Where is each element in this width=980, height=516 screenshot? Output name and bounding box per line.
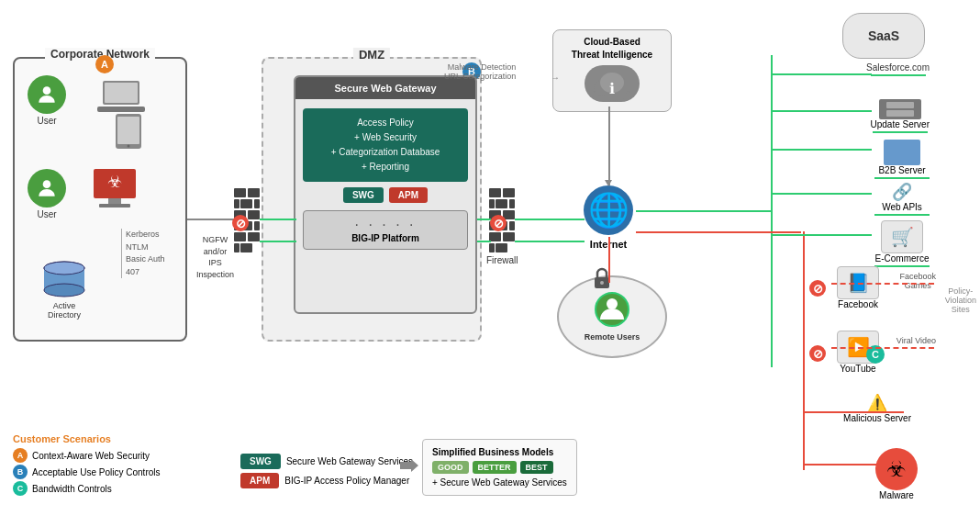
swg-box: Secure Web Gateway Access Policy+ Web Se… [294,75,477,314]
ecommerce-label: E-Commerce [874,253,930,264]
bigip-dots: · · · · · [309,217,462,233]
svg-rect-43 [489,243,495,252]
line-fw-swg-lower [260,241,296,242]
arrow-down-to-internet [605,180,612,186]
svg-text:☣: ☣ [107,173,122,191]
line-dashed-facebook [831,283,934,285]
svg-rect-19 [234,199,239,208]
svg-rect-11 [99,204,130,208]
line-swg-fw-right-upper [477,219,491,220]
line-fw-internet-upper [515,219,585,220]
ecommerce-block: 🛒 E-Commerce [874,220,930,269]
remote-users-label: Remote Users [585,332,640,342]
line-to-b2b [771,149,872,151]
swg-title: Secure Web Gateway [334,83,436,94]
infected-pc-icon: ☣ [90,167,139,209]
svg-rect-29 [234,243,239,252]
line-red-malware [803,464,904,466]
legend-apm-button[interactable]: APM [240,473,279,488]
user-icon-1 [28,75,66,114]
biz-models-box: Simplified Business Models GOOD BETTER B… [422,439,577,496]
svg-rect-41 [503,232,515,241]
web-apis-label: Web APIs [874,202,930,212]
line-internet-remote [608,237,610,283]
facebook-block: 📘 Facebook [837,266,879,309]
policy-box: Access Policy+ Web Security+ Categorizat… [303,108,468,182]
line-to-apis [771,193,872,195]
svg-rect-5 [117,117,139,144]
bottom-swg-apm-legend: SWG Secure Web Gateway Services APM BIG-… [240,454,413,488]
svg-rect-16 [234,188,246,197]
svg-rect-17 [248,188,260,197]
svg-point-50 [607,298,618,309]
line-red-v-right [803,231,805,470]
auth-labels: Kerberos NTLM Basic Auth 407 [121,229,165,278]
user-label-1: User [28,116,66,126]
facebook-games-label: FacebookGames [899,272,936,290]
line-fw-internet-lower [515,241,585,242]
threat-cloud-icon: ℹ [585,65,640,102]
user-icon-2 [28,169,66,208]
youtube-label: YouTube [837,364,879,374]
swg-apm-buttons: SWG APM [295,187,475,203]
legend-swg-button[interactable]: SWG [240,454,281,469]
malware-block: ☣ Malware [875,448,918,500]
biz-badge-best: BEST [520,461,553,474]
salesforce-block: Salesforce.com [866,62,930,78]
malicious-server-icon: ⚠️ [843,393,911,413]
svg-rect-30 [489,188,501,197]
svg-point-6 [128,145,130,148]
biz-models-title: Simplified Business Models [432,447,567,457]
legend-label-b: Acceptable Use Policy Controls [32,467,161,477]
malware-detection-label: Malware DetectionURL Categorization [444,62,516,81]
ngfw-label: NGFWand/orIPSInspection [196,234,234,280]
bottom-swg-item: SWG Secure Web Gateway Services [240,454,413,469]
remote-users-block: Remote Users [557,275,667,358]
internet-globe [584,185,633,235]
svg-rect-34 [509,199,515,208]
update-server-block: Update Server [871,99,930,135]
svg-rect-31 [503,188,515,197]
svg-rect-54 [886,110,914,117]
main-diagram: Corporate Network User [0,0,980,516]
dmz-label: DMZ [353,48,390,62]
line-fw-swg-upper [260,219,296,220]
legend-swg-desc: Secure Web Gateway Services [286,456,413,466]
bigip-box: · · · · · BIG-IP Platform [303,210,468,250]
apm-button[interactable]: APM [389,187,428,203]
svg-rect-27 [248,232,260,241]
svg-rect-2 [105,83,138,103]
corporate-network-box: Corporate Network User [13,57,187,342]
svg-rect-20 [254,199,260,208]
svg-rect-42 [496,243,507,252]
biz-badge-better: BETTER [473,461,517,474]
active-directory-label: ActiveDirectory [40,301,88,320]
ecommerce-icon: 🛒 [881,220,923,253]
threat-intel-label: Cloud-BasedThreat Intelligence [557,36,667,62]
legend-label-a: Context-Aware Web Security [32,451,150,461]
line-red-back [636,231,801,233]
user-label-2: User [28,209,66,219]
svg-rect-22 [248,210,260,219]
bigip-label: BIG-IP Platform [309,233,462,243]
svg-rect-32 [496,199,507,208]
legend-label-c: Bandwidth Controls [32,484,112,494]
policy-text: Access Policy+ Web Security+ Categorizat… [308,116,462,174]
svg-rect-53 [886,102,914,108]
malware-icon: ☣ [875,448,918,490]
legend-badge-c: C [13,481,28,496]
tablet-icon [116,114,141,151]
update-server-icon [879,99,921,119]
biz-models-subtitle: + Secure Web Gateway Services [432,477,567,488]
line-to-ecommerce [771,234,872,236]
customer-scenarios-legend: Customer Scenarios A Context-Aware Web S… [13,433,161,498]
svg-rect-3 [97,107,145,112]
web-apis-icon: 🔗 [874,182,930,202]
biz-badges: GOOD BETTER BEST [432,461,567,474]
svg-point-0 [43,86,51,95]
firewall-label: Firewall [486,255,518,265]
viral-video-label: Viral Video [896,336,936,345]
swg-button[interactable]: SWG [343,187,384,203]
svg-rect-10 [108,198,121,204]
svg-rect-18 [240,199,252,208]
